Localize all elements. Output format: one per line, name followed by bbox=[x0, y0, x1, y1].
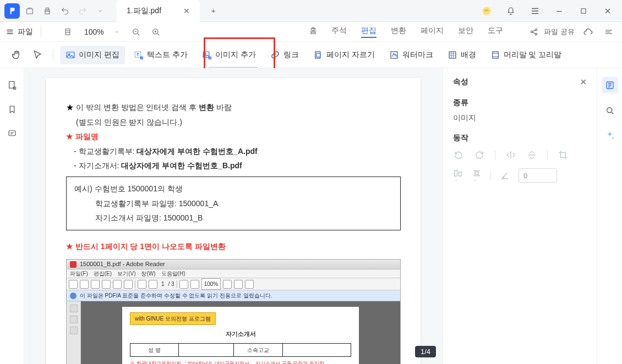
dropdown-icon[interactable] bbox=[92, 3, 108, 19]
crop-icon[interactable] bbox=[558, 150, 569, 161]
add-text-button[interactable]: 텍스트 추가 bbox=[128, 46, 193, 64]
ai-sparkle-icon[interactable] bbox=[602, 128, 618, 144]
link-icon bbox=[270, 50, 280, 60]
flip-h-icon[interactable] bbox=[505, 150, 516, 161]
file-menu[interactable]: 파일 bbox=[6, 27, 33, 37]
svg-rect-1 bbox=[45, 11, 50, 14]
menu-security[interactable]: 보안 bbox=[458, 26, 473, 38]
chevron-down-icon bbox=[114, 29, 119, 35]
shot-footer: ※ 한국대학교육협의회 「2016학년도 대입공통지원서」 자기소개서 공통 문… bbox=[130, 359, 351, 364]
menu-convert[interactable]: 변환 bbox=[391, 26, 406, 38]
intro-title: 자기소개서 bbox=[130, 328, 351, 340]
menu-page[interactable]: 페이지 bbox=[421, 26, 444, 38]
page-area[interactable]: ★ 이 밖의 변환 방법은 인터넷 검색 후 변환 바람 (별도의 민원은 받지… bbox=[24, 68, 443, 364]
svg-rect-25 bbox=[9, 131, 15, 136]
shot-titlebar: 1500001_B.pdf - Adobe Reader bbox=[67, 260, 400, 269]
filename-heading: 파일명 bbox=[75, 132, 99, 141]
rotate-ccw-icon[interactable] bbox=[453, 150, 464, 161]
watermark-label: 워터마크 bbox=[402, 50, 433, 60]
add-image-button[interactable]: 이미지 추가 bbox=[197, 46, 261, 64]
ex-l1: 예시) 수험번호 1500001의 학생 bbox=[74, 181, 392, 196]
zoom-select[interactable]: 100% bbox=[80, 26, 124, 37]
properties-panel: 속성 ✕ 종류 이미지 동작 bbox=[443, 68, 597, 364]
angle-icon bbox=[500, 170, 510, 180]
edit-image-button[interactable]: 이미지 편집 bbox=[60, 46, 125, 64]
page-layout-icon[interactable] bbox=[60, 24, 75, 40]
shot-menu-0: 파일(F) bbox=[70, 268, 88, 279]
search-icon[interactable] bbox=[602, 102, 618, 119]
doc-line2: (별도의 민원은 받지 않습니다.) bbox=[66, 115, 401, 130]
premium-icon[interactable] bbox=[477, 1, 496, 21]
svg-rect-21 bbox=[449, 52, 456, 58]
background-icon bbox=[448, 50, 457, 60]
action-row bbox=[453, 150, 587, 161]
crop-page-button[interactable]: 페이지 자르기 bbox=[308, 46, 380, 64]
close-panel-icon[interactable]: ✕ bbox=[580, 78, 587, 86]
rotation-input[interactable] bbox=[519, 168, 557, 183]
thumbnails-icon[interactable] bbox=[5, 78, 19, 92]
example-box: 예시) 수험번호 1500001의 학생 학교생활기록부 파일명: 150000… bbox=[66, 177, 401, 230]
more-icon[interactable] bbox=[601, 24, 616, 40]
zoom-out-icon[interactable] bbox=[128, 24, 144, 40]
close-tab-icon[interactable]: ✕ bbox=[183, 7, 190, 15]
redo-icon[interactable] bbox=[75, 3, 90, 19]
doc-line1-post: 바람 bbox=[214, 103, 232, 112]
cloud-icon[interactable] bbox=[580, 24, 596, 40]
properties-tab-icon[interactable] bbox=[602, 77, 618, 93]
svg-rect-26 bbox=[455, 170, 457, 177]
menu-tools[interactable]: 도구 bbox=[488, 26, 503, 38]
comments-icon[interactable] bbox=[5, 126, 19, 141]
align-icon[interactable] bbox=[453, 168, 463, 183]
link-button[interactable]: 링크 bbox=[265, 46, 304, 64]
flip-v-icon[interactable] bbox=[526, 150, 537, 161]
svg-point-30 bbox=[607, 108, 612, 113]
titlebar-right bbox=[477, 1, 622, 21]
app-icon[interactable] bbox=[4, 3, 20, 19]
bell-icon[interactable] bbox=[501, 1, 521, 21]
shot-zoom: 100% bbox=[201, 278, 221, 290]
hand-tool[interactable] bbox=[8, 46, 25, 64]
shot-info: 이 파일은 PDF/A 표준을 준수하며 수정할 수 없도록 읽기 전용으로 열… bbox=[67, 290, 400, 301]
open-icon[interactable] bbox=[22, 3, 37, 19]
svg-rect-2 bbox=[46, 8, 48, 9]
menu-edit[interactable]: 편집 bbox=[361, 26, 377, 38]
tab-title: 1.파일.pdf bbox=[127, 6, 161, 16]
bookmark-icon[interactable] bbox=[5, 102, 19, 117]
print-icon[interactable] bbox=[40, 3, 55, 19]
ex-l3: 자기소개서 파일명: 1500001_B bbox=[74, 211, 392, 225]
undo-icon[interactable] bbox=[57, 3, 73, 19]
text-icon bbox=[134, 50, 144, 60]
new-tab-button[interactable]: ＋ bbox=[205, 3, 221, 19]
shot-table: 성 명소속고교 bbox=[130, 343, 351, 357]
svg-rect-27 bbox=[459, 172, 462, 177]
add-text-label: 텍스트 추가 bbox=[147, 50, 188, 60]
select-tool[interactable] bbox=[29, 46, 46, 64]
add-image-label: 이미지 추가 bbox=[215, 50, 256, 60]
link-label: 링크 bbox=[283, 50, 299, 60]
maximize-icon[interactable] bbox=[574, 1, 593, 21]
close-window-icon[interactable] bbox=[598, 1, 618, 21]
image-icon bbox=[66, 50, 75, 60]
page-indicator: 1/4 bbox=[415, 346, 436, 357]
zoom-in-icon[interactable] bbox=[148, 24, 163, 40]
header-footer-button[interactable]: 머리말 및 꼬리말 bbox=[485, 46, 568, 64]
menu-annotate[interactable]: 주석 bbox=[331, 26, 347, 38]
shot-body: with GINUE 모의전형 프로그램 자기소개서 성 명소속고교 ※ 한국대… bbox=[67, 301, 400, 364]
ex-l2: 학교생활기록부 파일명: 1500001_A bbox=[74, 196, 392, 211]
svg-point-3 bbox=[483, 7, 491, 15]
document-tab[interactable]: 1.파일.pdf ✕ bbox=[117, 0, 200, 22]
menu-icon[interactable] bbox=[525, 1, 545, 21]
must-heading: 반드시 1페이지 당 1면이 나오도록 파일변환 bbox=[75, 242, 226, 251]
svg-rect-5 bbox=[66, 29, 70, 35]
pdf-icon bbox=[70, 261, 77, 268]
menu-home[interactable]: 홈 bbox=[309, 26, 317, 38]
share-button[interactable]: 파일 공유 bbox=[544, 27, 575, 37]
background-button[interactable]: 배경 bbox=[442, 46, 482, 64]
minimize-icon[interactable] bbox=[549, 1, 569, 21]
tbl-school: 소속고교 bbox=[234, 344, 282, 357]
background-label: 배경 bbox=[461, 50, 476, 60]
rotate-cw-icon[interactable] bbox=[474, 150, 485, 161]
distribute-icon[interactable] bbox=[472, 168, 482, 183]
watermark-button[interactable]: 워터마크 bbox=[384, 46, 439, 64]
shot-menu-2: 보기(V) bbox=[117, 268, 135, 279]
